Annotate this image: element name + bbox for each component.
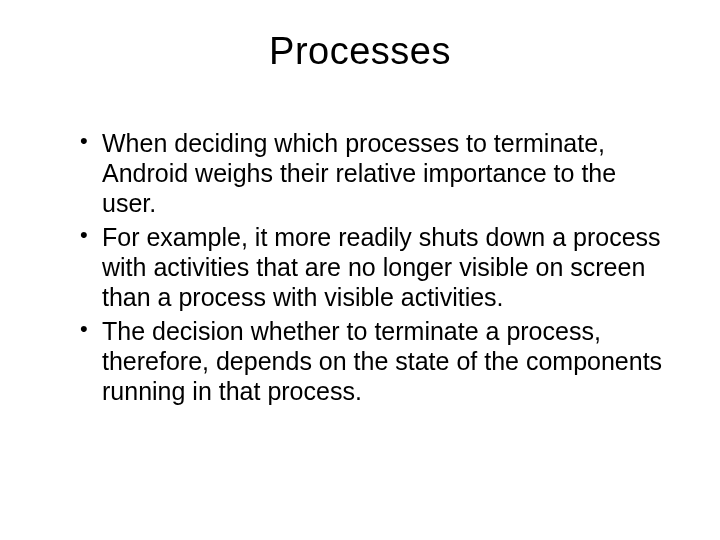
bullet-item: For example, it more readily shuts down …: [80, 222, 670, 312]
bullet-item: The decision whether to terminate a proc…: [80, 316, 670, 406]
bullet-list: When deciding which processes to termina…: [50, 128, 670, 406]
slide-title: Processes: [50, 30, 670, 73]
slide-container: Processes When deciding which processes …: [0, 0, 720, 540]
bullet-item: When deciding which processes to termina…: [80, 128, 670, 218]
